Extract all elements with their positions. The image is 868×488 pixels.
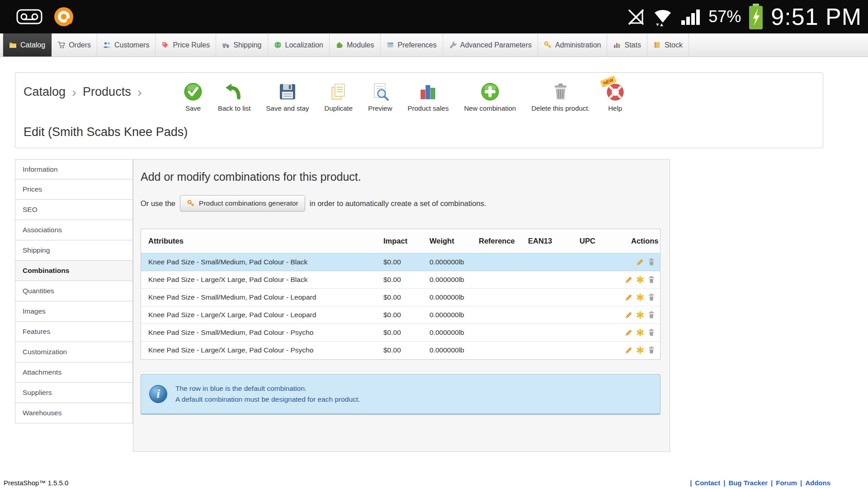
- make-default-icon[interactable]: [636, 311, 644, 319]
- voicemail-icon: [16, 9, 42, 25]
- breadcrumb-catalog[interactable]: Catalog: [24, 85, 66, 99]
- product-sales-icon: [419, 80, 438, 103]
- key-icon: [187, 199, 195, 207]
- delete-product-button[interactable]: Delete this product.: [531, 80, 590, 112]
- product-combinations-generator-button[interactable]: Product combinations generator: [180, 195, 305, 211]
- price-rules-icon: [161, 41, 169, 49]
- tab-stats[interactable]: Stats: [607, 33, 647, 56]
- make-default-icon[interactable]: [636, 328, 644, 337]
- footer-link-addons[interactable]: Addons: [805, 479, 830, 487]
- delete-icon[interactable]: [647, 346, 656, 354]
- product-tabs-sidebar: Information Prices SEO Associations Ship…: [15, 159, 133, 423]
- combinations-panel: Add or modify combinations for this prod…: [133, 159, 670, 452]
- col-impact: Impact: [376, 229, 422, 253]
- wifi-icon: [652, 7, 673, 26]
- col-reference: Reference: [472, 229, 521, 253]
- col-ean13: EAN13: [521, 229, 572, 253]
- footer-link-contact[interactable]: Contact: [695, 479, 720, 487]
- make-default-icon[interactable]: [636, 276, 644, 284]
- save-icon: [184, 80, 203, 103]
- table-row[interactable]: Knee Pad Size - Large/X Large, Pad Colou…: [141, 271, 660, 289]
- orders-icon: [57, 41, 65, 49]
- generator-row: Or use the Product combinations generato…: [141, 195, 670, 211]
- tab-localization[interactable]: Localization: [268, 33, 330, 56]
- edit-icon[interactable]: [625, 293, 633, 301]
- info-line-2: A default combination must be designated…: [175, 394, 360, 404]
- signal-bars-icon: [680, 8, 701, 26]
- tab-advanced-parameters[interactable]: Advanced Parameters: [443, 33, 538, 56]
- battery-percent: 57%: [708, 7, 741, 26]
- edit-icon[interactable]: [625, 346, 633, 354]
- generator-prefix: Or use the: [141, 199, 175, 208]
- col-upc: UPC: [572, 229, 624, 253]
- delete-icon[interactable]: [647, 311, 656, 319]
- sidebar-item-shipping[interactable]: Shipping: [15, 240, 133, 261]
- back-icon: [225, 80, 244, 103]
- sidebar-item-associations[interactable]: Associations: [15, 220, 133, 240]
- tab-price-rules[interactable]: Price Rules: [156, 33, 216, 56]
- table-row[interactable]: Knee Pad Size - Small/Medium, Pad Colour…: [141, 289, 660, 306]
- tab-administration[interactable]: Administration: [538, 33, 607, 56]
- delete-icon[interactable]: [647, 293, 656, 301]
- administration-icon: [544, 41, 552, 49]
- new-combination-icon: [481, 80, 500, 103]
- edit-icon[interactable]: [636, 258, 644, 266]
- delete-icon[interactable]: [647, 258, 656, 266]
- no-network-icon: [626, 8, 645, 26]
- save-and-stay-icon: [278, 80, 297, 103]
- footer-link-bug-tracker[interactable]: Bug Tracker: [728, 479, 768, 487]
- tab-customers[interactable]: Customers: [97, 33, 156, 56]
- breadcrumb-products[interactable]: Products: [83, 85, 131, 99]
- tab-preferences[interactable]: Preferences: [381, 33, 443, 56]
- edit-icon[interactable]: [625, 328, 633, 337]
- sidebar-item-information[interactable]: Information: [15, 159, 133, 179]
- col-weight: Weight: [422, 229, 472, 253]
- table-row[interactable]: Knee Pad Size - Large/X Large, Pad Colou…: [141, 342, 660, 359]
- delete-icon[interactable]: [647, 276, 656, 284]
- table-row[interactable]: Knee Pad Size - Small/Medium, Pad Colour…: [141, 253, 660, 271]
- sidebar-item-combinations[interactable]: Combinations: [15, 261, 133, 281]
- tab-shipping[interactable]: Shipping: [216, 33, 268, 56]
- tab-catalog[interactable]: Catalog: [3, 33, 52, 56]
- sidebar-item-quantities[interactable]: Quantities: [15, 281, 133, 301]
- table-row[interactable]: Knee Pad Size - Large/X Large, Pad Colou…: [141, 306, 660, 324]
- combinations-table: Attributes Impact Weight Reference EAN13…: [141, 229, 660, 360]
- footer-links: | Contact | Bug Tracker | Forum | Addons: [690, 479, 830, 487]
- make-default-icon[interactable]: [636, 346, 644, 354]
- advanced-parameters-icon: [449, 41, 457, 49]
- breadcrumb-separator: ›: [137, 84, 142, 99]
- customers-icon: [103, 41, 111, 49]
- sidebar-item-features[interactable]: Features: [15, 322, 133, 342]
- page-title: Edit (Smith Scabs Knee Pads): [24, 125, 188, 139]
- tab-modules[interactable]: Modules: [330, 33, 380, 56]
- tab-orders[interactable]: Orders: [52, 33, 97, 56]
- sidebar-item-suppliers[interactable]: Suppliers: [15, 383, 133, 403]
- delete-icon[interactable]: [647, 328, 656, 337]
- sidebar-item-customization[interactable]: Customization: [15, 342, 133, 362]
- sidebar-item-attachments[interactable]: Attachments: [15, 362, 133, 383]
- table-row[interactable]: Knee Pad Size - Small/Medium, Pad Colour…: [141, 324, 660, 342]
- edit-icon[interactable]: [625, 276, 633, 284]
- new-combination-button[interactable]: New combination: [464, 80, 516, 112]
- clock: 9:51 PM: [771, 3, 862, 30]
- sidebar-item-prices[interactable]: Prices: [15, 179, 133, 200]
- help-button[interactable]: NEW Help: [605, 80, 625, 112]
- edit-icon[interactable]: [625, 311, 633, 319]
- col-attributes: Attributes: [141, 229, 376, 253]
- preview-button[interactable]: Preview: [368, 80, 392, 112]
- make-default-icon[interactable]: [636, 293, 644, 301]
- table-header-row: Attributes Impact Weight Reference EAN13…: [141, 229, 660, 253]
- generator-suffix: in order to automatically create a set o…: [310, 199, 486, 208]
- save-button[interactable]: Save: [184, 80, 203, 112]
- save-and-stay-button[interactable]: Save and stay: [266, 80, 309, 112]
- breadcrumb-separator: ›: [72, 84, 76, 99]
- back-to-list-button[interactable]: Back to list: [218, 80, 251, 112]
- product-sales-button[interactable]: Product sales: [408, 80, 449, 112]
- sidebar-item-warehouses[interactable]: Warehouses: [15, 403, 133, 423]
- duplicate-button[interactable]: Duplicate: [325, 80, 353, 112]
- sidebar-item-seo[interactable]: SEO: [15, 200, 133, 220]
- stock-icon: [653, 41, 661, 49]
- sidebar-item-images[interactable]: Images: [15, 301, 133, 322]
- tab-stock[interactable]: Stock: [647, 33, 689, 56]
- footer-link-forum[interactable]: Forum: [776, 479, 797, 487]
